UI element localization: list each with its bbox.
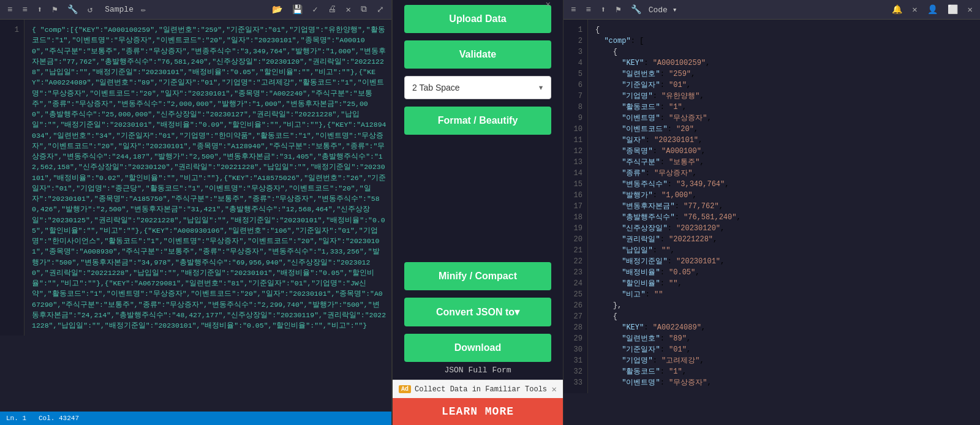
left-expand-icon[interactable]: ⤢ bbox=[374, 3, 386, 16]
left-ln: Ln. 1 bbox=[6, 415, 26, 422]
ad-label: Ad bbox=[399, 385, 411, 393]
download-button[interactable]: Download bbox=[404, 334, 551, 362]
convert-json-button[interactable]: Convert JSON to▾ bbox=[404, 298, 551, 326]
tab-space-dropdown[interactable]: 2 Tab Space bbox=[404, 76, 551, 99]
flag-icon[interactable]: ⚑ bbox=[50, 3, 59, 16]
right-menu-icon[interactable]: ≡ bbox=[568, 4, 578, 16]
left-code-area: 1 { "comp":[{"KEY":"A000100259","일련번호":"… bbox=[0, 20, 391, 412]
right-list-icon[interactable]: ≡ bbox=[583, 4, 593, 16]
left-line-numbers: 1 bbox=[0, 20, 24, 336]
validate-button[interactable]: Validate bbox=[404, 40, 551, 69]
minify-compact-button[interactable]: Minify / Compact bbox=[404, 262, 551, 290]
upload-icon[interactable]: ⬆ bbox=[35, 3, 45, 16]
left-file-open-icon[interactable]: 📂 bbox=[270, 3, 285, 16]
right-line-numbers: 1234567891011121314151617181920212223242… bbox=[564, 20, 588, 393]
left-edit-icon[interactable]: ✏ bbox=[138, 3, 148, 16]
left-copy-icon[interactable]: ⧉ bbox=[358, 3, 369, 16]
menu-icon[interactable]: ≡ bbox=[5, 4, 15, 16]
left-filename: Sample bbox=[105, 5, 134, 14]
upload-data-button[interactable]: Upload Data bbox=[404, 5, 551, 33]
format-beautify-button[interactable]: Format / Beautify bbox=[404, 107, 551, 135]
left-check-icon[interactable]: ✓ bbox=[310, 3, 320, 16]
json-fullform-close-icon[interactable]: × bbox=[546, 0, 551, 10]
left-save-icon[interactable]: 💾 bbox=[290, 3, 305, 16]
right-title: Code ▾ bbox=[649, 5, 677, 15]
ad-close-icon[interactable]: ✕ bbox=[552, 384, 557, 394]
learn-more-button[interactable]: LEARN MORE bbox=[393, 398, 563, 425]
left-print-icon[interactable]: 🖨 bbox=[325, 3, 339, 16]
right-toolbar: ≡ ≡ ⬆ ⚑ 🔧 Code ▾ 🔔 ✕ 👤 ⬜ ✕ bbox=[564, 0, 980, 20]
json-fullform-label: JSON Full Form bbox=[444, 366, 511, 375]
ad-text: Collect Data in Familiar Tools bbox=[415, 385, 547, 394]
left-toolbar: ≡ ≡ ⬆ ⚑ 🔧 ↺ Sample ✏ 📂 💾 ✓ 🖨 ✕ ⧉ ⤢ bbox=[0, 0, 391, 20]
center-panel: Upload Data Validate 2 Tab Space ▾ Forma… bbox=[392, 0, 564, 425]
right-code-text[interactable]: { "comp": [ { "KEY": "A000100259", "일련번호… bbox=[588, 20, 980, 393]
list-icon[interactable]: ≡ bbox=[20, 4, 29, 16]
right-code-area: 1234567891011121314151617181920212223242… bbox=[564, 20, 980, 425]
right-panel: ≡ ≡ ⬆ ⚑ 🔧 Code ▾ 🔔 ✕ 👤 ⬜ ✕ 1234567891011… bbox=[564, 0, 980, 425]
ad-bar: Ad Collect Data in Familiar Tools ✕ bbox=[393, 380, 563, 398]
right-window-icon[interactable]: ⬜ bbox=[945, 3, 960, 16]
right-x-icon[interactable]: ✕ bbox=[965, 3, 975, 16]
right-settings-icon[interactable]: 🔧 bbox=[628, 3, 644, 16]
left-close-icon[interactable]: ✕ bbox=[344, 3, 353, 16]
left-statusbar: Ln. 1 Col. 43247 bbox=[0, 412, 391, 425]
left-col: Col. 43247 bbox=[39, 415, 79, 422]
settings-icon[interactable]: 🔧 bbox=[65, 3, 80, 16]
right-user-icon[interactable]: 👤 bbox=[925, 3, 940, 16]
tab-space-dropdown-container: 2 Tab Space ▾ bbox=[404, 76, 551, 99]
right-sort-icon[interactable]: ⬆ bbox=[598, 3, 608, 16]
left-code-text[interactable]: { "comp":[{"KEY":"A000100259","일련번호":"25… bbox=[24, 20, 391, 336]
right-dropdown-icon[interactable]: ▾ bbox=[673, 6, 677, 15]
right-close-icon[interactable]: ✕ bbox=[910, 3, 919, 16]
refresh-icon[interactable]: ↺ bbox=[85, 3, 95, 16]
right-bell-icon[interactable]: 🔔 bbox=[889, 3, 905, 16]
left-panel: ≡ ≡ ⬆ ⚑ 🔧 ↺ Sample ✏ 📂 💾 ✓ 🖨 ✕ ⧉ ⤢ 1 bbox=[0, 0, 392, 425]
right-filter-icon[interactable]: ⚑ bbox=[613, 3, 623, 16]
